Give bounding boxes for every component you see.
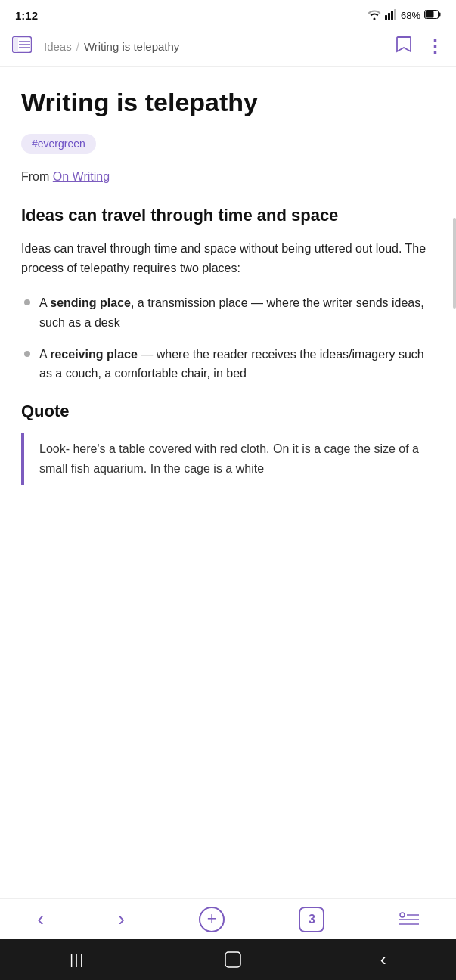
breadcrumb: Ideas / Writing is telepathy bbox=[44, 40, 179, 53]
scrollbar[interactable] bbox=[453, 67, 456, 498]
page-number-button[interactable]: 3 bbox=[299, 907, 324, 932]
battery-icon: 68% bbox=[401, 10, 420, 21]
tag-evergreen[interactable]: #evergreen bbox=[21, 134, 96, 154]
add-button[interactable]: + bbox=[199, 907, 225, 932]
from-line: From On Writing bbox=[21, 170, 435, 184]
svg-rect-5 bbox=[439, 12, 441, 16]
tag-container: #evergreen bbox=[21, 134, 435, 154]
scrollbar-thumb[interactable] bbox=[453, 218, 456, 309]
bullet-bold-1: sending place bbox=[50, 296, 131, 309]
svg-rect-6 bbox=[426, 11, 434, 17]
svg-rect-8 bbox=[13, 37, 18, 52]
list-item: A receiving place — where the reader rec… bbox=[21, 345, 435, 383]
svg-rect-1 bbox=[388, 13, 390, 20]
android-nav-bar: ||| ‹ bbox=[0, 939, 456, 980]
bullet-prefix-2: A bbox=[39, 348, 50, 361]
nav-left: Ideas / Writing is telepathy bbox=[12, 36, 179, 57]
battery-visual bbox=[424, 10, 441, 21]
home-button[interactable] bbox=[225, 951, 241, 968]
add-icon: + bbox=[207, 910, 217, 927]
status-icons: 68% bbox=[368, 9, 441, 22]
back-nav-button[interactable]: ‹ bbox=[380, 949, 386, 970]
menu-button[interactable] bbox=[399, 912, 419, 927]
bookmark-icon[interactable] bbox=[396, 36, 412, 58]
page-title: Writing is telepathy bbox=[21, 88, 435, 117]
status-bar: 1:12 68% bbox=[0, 0, 456, 27]
blockquote-text: Look- here's a table covered with red cl… bbox=[39, 439, 435, 479]
main-content: Writing is telepathy #evergreen From On … bbox=[0, 67, 456, 498]
quote-heading: Quote bbox=[21, 402, 435, 421]
bottom-toolbar: ‹ › + 3 bbox=[0, 898, 456, 939]
back-button[interactable]: ‹ bbox=[37, 907, 44, 931]
from-label: From bbox=[21, 170, 49, 183]
wifi-icon bbox=[368, 9, 381, 22]
more-options-icon[interactable]: ⋮ bbox=[426, 38, 444, 56]
forward-button[interactable]: › bbox=[118, 907, 125, 931]
svg-rect-16 bbox=[225, 952, 240, 967]
breadcrumb-separator: / bbox=[76, 40, 79, 53]
page-number-label: 3 bbox=[309, 913, 315, 926]
list-item: A sending place, a transmission place — … bbox=[21, 293, 435, 332]
signal-icon bbox=[385, 9, 397, 22]
breadcrumb-current: Writing is telepathy bbox=[84, 40, 179, 53]
bullet-dot bbox=[24, 351, 30, 357]
breadcrumb-parent[interactable]: Ideas bbox=[44, 40, 72, 53]
svg-point-12 bbox=[400, 913, 405, 917]
from-link[interactable]: On Writing bbox=[53, 170, 110, 183]
bullet-text-1: A sending place, a transmission place — … bbox=[39, 293, 435, 332]
sidebar-toggle-icon[interactable] bbox=[12, 36, 32, 57]
bullet-list: A sending place, a transmission place — … bbox=[21, 293, 435, 383]
nav-right: ⋮ bbox=[396, 36, 444, 58]
body-text-1: Ideas can travel through time and space … bbox=[21, 239, 435, 279]
svg-rect-0 bbox=[385, 15, 387, 20]
svg-rect-2 bbox=[391, 11, 393, 20]
nav-bar: Ideas / Writing is telepathy ⋮ bbox=[0, 27, 456, 67]
svg-rect-3 bbox=[394, 9, 396, 20]
blockquote: Look- here's a table covered with red cl… bbox=[21, 433, 435, 485]
bullet-bold-2: receiving place bbox=[50, 348, 138, 361]
status-time: 1:12 bbox=[15, 9, 38, 22]
recent-apps-button[interactable]: ||| bbox=[70, 952, 85, 968]
bullet-prefix-1: A bbox=[39, 296, 50, 309]
bullet-text-2: A receiving place — where the reader rec… bbox=[39, 345, 435, 383]
section-heading-1: Ideas can travel through time and space bbox=[21, 205, 435, 227]
bullet-dot bbox=[24, 299, 30, 305]
